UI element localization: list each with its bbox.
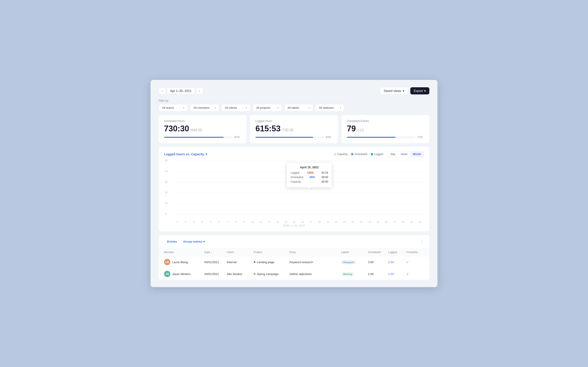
legend-logged-dot (371, 153, 373, 155)
x-label-30: 30 (416, 221, 424, 223)
export-label: Export (414, 89, 423, 93)
stat-scheduled-title: Scheduled Hours (164, 119, 241, 123)
x-label-14: 14 (282, 221, 290, 223)
saved-views-button[interactable]: Saved views ▾ (380, 87, 408, 95)
project-name-0: Landing page (257, 260, 275, 264)
x-label-26: 26 (382, 221, 390, 223)
avatar-jason: JW (164, 271, 170, 277)
sort-icon: ↕ (211, 251, 212, 254)
chart-section: Logged hours vs. Capacity ▾ Capacity Sch… (159, 147, 429, 231)
export-button[interactable]: Export ▾ (410, 87, 429, 94)
filter-members-label: All members (193, 106, 209, 109)
chevron-right-icon: › (199, 89, 200, 93)
stat-logged-value: 615:53 /730:30 (255, 124, 333, 133)
filters-container: All teams ▾ All members ▾ All clients ▾ … (159, 104, 429, 111)
check-icon-1: ✓ (406, 272, 409, 276)
tooltip-title: April 15, 2021 (290, 166, 328, 169)
x-label-28: 28 (399, 221, 407, 223)
filter-teams[interactable]: All teams ▾ (159, 104, 188, 111)
td-logged-1: 1:03 (388, 272, 406, 276)
x-label-23: 23 (357, 221, 365, 223)
stat-logged-bar-container: 84% (255, 136, 333, 139)
tab-group-entries[interactable]: Group entries ▾ (180, 239, 208, 245)
td-client-0: Internal (227, 260, 254, 264)
x-label-8: 8 (232, 221, 240, 223)
tab-week[interactable]: Week (398, 151, 410, 157)
legend-logged-label: Logged (374, 153, 383, 156)
td-entry-0: Keyword research (290, 260, 341, 264)
tooltip-row-capacity: Capacity 40:00 (290, 180, 328, 183)
stat-scheduled-bar-fill (164, 137, 224, 138)
th-date[interactable]: Date ↕ (204, 251, 227, 254)
chart-title: Logged hours vs. Capacity ▾ (164, 152, 207, 156)
stat-completed-value: 79 /112 (347, 124, 424, 133)
td-member-jason: JW Jason Winters (164, 271, 204, 277)
stat-scheduled-main: 730:30 (164, 124, 189, 133)
filter-statuses-label: All statuses (319, 106, 334, 109)
tab-day[interactable]: Day (388, 151, 398, 157)
stat-card-logged: Logged Hours 615:53 /730:30 84% (250, 115, 338, 143)
filter-clients-label: All clients (225, 106, 237, 109)
x-label-12: 12 (265, 221, 273, 223)
x-label-17: 17 (307, 221, 315, 223)
filter-labels[interactable]: All labels ▾ (284, 104, 313, 111)
x-label-1: 1 (173, 221, 181, 223)
x-label-29: 29 (407, 221, 415, 223)
legend-capacity-dot (334, 153, 336, 155)
x-label-7: 7 (223, 221, 232, 223)
tooltip-logged-pct: 106% (307, 171, 314, 174)
label-badge-0: Research (341, 260, 356, 264)
td-logged-0: 2:54 (388, 260, 406, 264)
x-label-22: 22 (349, 221, 357, 223)
tooltip-scheduled-label: Scheduled (290, 176, 303, 179)
stat-card-scheduled: Scheduled Hours 730:30 /840:00 87% (159, 115, 246, 143)
stat-logged-bar-bg (255, 137, 324, 138)
tooltip-capacity-val: 40:00 (321, 180, 328, 183)
filter-statuses[interactable]: All statuses ▾ (316, 104, 345, 111)
bar-chart-area: 50 40 30 20 10 0 (164, 161, 424, 223)
table-row: LW Laura Wang 04/01/2021 Internal Landin… (159, 256, 429, 268)
tab-month[interactable]: Month (410, 151, 424, 157)
entries-header: Entries Group entries ▾ ⋮ (159, 235, 429, 248)
entries-tabs: Entries Group entries ▾ (164, 239, 208, 245)
legend-logged: Logged (371, 153, 383, 156)
x-label-2: 2 (181, 221, 190, 223)
next-date-button[interactable]: › (196, 87, 203, 94)
stat-card-completed: Completed Entries 79 /112 71% (342, 115, 429, 143)
x-label-4: 4 (198, 221, 206, 223)
stat-scheduled-pct: 87% (234, 136, 241, 139)
filter-members[interactable]: All members ▾ (190, 104, 219, 111)
x-label-24: 24 (365, 221, 374, 223)
filter-row: Filter by: All teams ▾ All members ▾ All… (159, 99, 429, 111)
table-row: JW Jason Winters 04/01/2021 Alto Studios… (159, 268, 429, 280)
td-client-1: Alto Studios (227, 272, 254, 276)
x-label-6: 6 (215, 221, 223, 223)
stat-completed-bar-container: 71% (347, 136, 424, 139)
stat-scheduled-bar-container: 87% (164, 136, 241, 139)
header-actions: Saved views ▾ Export ▾ (380, 87, 429, 95)
x-label-15: 15 (290, 221, 298, 223)
td-entry-1: Define objectives (290, 272, 341, 276)
date-label: Apr 1–30, 2021 (167, 87, 195, 94)
stat-scheduled-value: 730:30 /840:00 (164, 124, 241, 133)
chart-title-chevron: ▾ (206, 152, 207, 156)
filter-clients[interactable]: All clients ▾ (221, 104, 251, 111)
td-label-1: Meeting (341, 272, 368, 276)
x-label-13: 13 (273, 221, 282, 223)
header-row: ‹ Apr 1–30, 2021 › Saved views ▾ Export … (159, 87, 429, 95)
tab-entries[interactable]: Entries (164, 239, 180, 245)
x-label-21: 21 (340, 221, 349, 223)
td-scheduled-0: 3:00 (368, 260, 388, 264)
filter-labels-chevron: ▾ (309, 106, 310, 109)
chart-tooltip: April 15, 2021 Logged 106% 42:24 Schedul… (287, 163, 332, 187)
entries-more-button[interactable]: ⋮ (420, 239, 424, 244)
filter-label: Filter by: (159, 99, 429, 102)
th-project: Project (254, 251, 290, 254)
th-labels: Labels (341, 251, 368, 254)
tooltip-arrow (307, 187, 311, 189)
filter-projects[interactable]: All projects ▾ (253, 104, 282, 111)
chart-title-text: Logged hours vs. Capacity (164, 152, 204, 156)
prev-date-button[interactable]: ‹ (159, 87, 166, 94)
tooltip-logged-label: Logged (290, 171, 299, 174)
export-chevron-icon: ▾ (424, 89, 426, 93)
